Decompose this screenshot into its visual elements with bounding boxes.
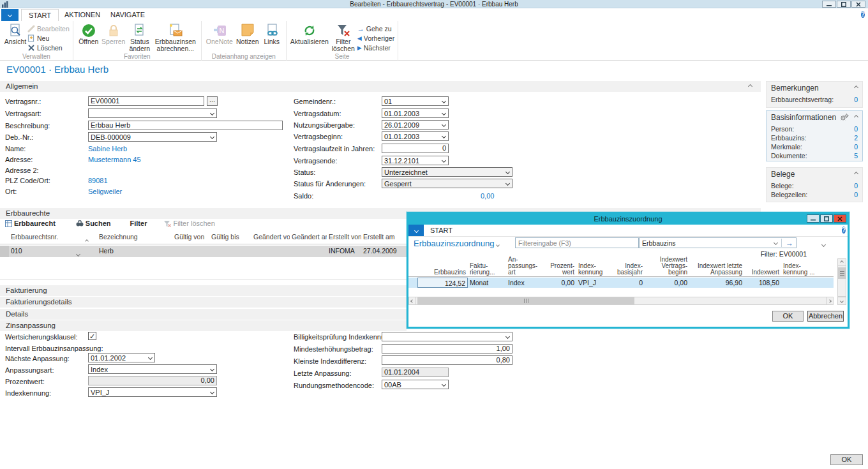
row-nr-dropdown[interactable] — [77, 246, 97, 257]
dialog-help-icon[interactable]: ? — [842, 226, 846, 234]
vertragslaufzeit-input[interactable]: 0 — [382, 144, 449, 153]
factbox-title[interactable]: Belege — [771, 170, 858, 179]
factbox-value-link[interactable]: 0 — [854, 124, 858, 133]
section-zinsanpassung-header[interactable]: Zinsanpassung — [0, 320, 407, 331]
factbox-value-link[interactable]: 2 — [854, 133, 858, 142]
col-erstellt-von[interactable]: Erstellt von — [327, 232, 361, 244]
scroll-right-icon[interactable] — [826, 297, 834, 305]
neu-button[interactable]: Neu — [27, 33, 70, 43]
col-gueltig-bis[interactable]: Gültig bis — [209, 232, 251, 244]
vertragsart-select[interactable] — [88, 108, 217, 118]
col-erbbaurechtsnr[interactable]: Erbbaurechtsnr. — [9, 232, 86, 244]
beschreibung-input[interactable]: Erbbau Herb — [88, 121, 283, 130]
filter-loeschen-toolbar-button[interactable]: Filter löschen — [161, 220, 217, 227]
dcol-indexkennung[interactable]: Index- kennung — [576, 262, 610, 276]
suchen-button[interactable]: Suchen — [73, 220, 114, 227]
dcol-indexwert-letzte-anpassung[interactable]: Indexwert letzte Anpassung — [689, 262, 744, 276]
factbox-title[interactable]: Bemerkungen — [771, 84, 858, 93]
dcol-indexkennung2[interactable]: Index- kennung ... — [781, 262, 819, 276]
gears-icon[interactable] — [841, 114, 849, 121]
maximize-button[interactable] — [837, 1, 851, 8]
vertragsende-select[interactable]: 31.12.2101 — [382, 156, 449, 165]
factbox-value-link[interactable]: 0 — [854, 95, 858, 104]
dcol-indexwert-vertragsbeginn[interactable]: Indexwert Vertrags- beginn — [645, 256, 689, 276]
dcol-fakturierung[interactable]: Faktu- rierung... — [468, 262, 506, 276]
gemeindenr-select[interactable]: 01 — [382, 96, 449, 106]
deb-nr-select[interactable]: DEB-000009 — [88, 132, 217, 142]
col-geaendert-von[interactable]: Geändert von — [251, 232, 290, 244]
selected-cell[interactable]: 124,52 — [417, 278, 468, 288]
vertical-scroll-thumb[interactable] — [838, 267, 846, 279]
billigkeitspruefung-select[interactable] — [382, 332, 513, 341]
saldo-value[interactable]: 0,00 — [481, 192, 494, 200]
help-icon[interactable]: ? — [861, 10, 865, 19]
filter-field-dropdown-icon[interactable] — [774, 241, 778, 245]
dcol-indexwert[interactable]: Indexwert — [744, 269, 781, 276]
mindesterhoehungsbetrag-input[interactable]: 1,00 — [382, 344, 513, 354]
factbox-value-link[interactable]: 5 — [854, 151, 858, 160]
adresse-link[interactable]: Musetermann 45 — [88, 156, 141, 163]
application-menu-button[interactable] — [1, 9, 19, 21]
dialog-filter-input[interactable]: Filtereingabe (F3) — [515, 237, 639, 248]
close-button[interactable] — [851, 1, 865, 8]
naechste-anpassung-select[interactable]: 01.01.2002 — [88, 353, 155, 362]
onenote-button[interactable]: N OneNote — [205, 22, 234, 45]
anpassungsart-select[interactable]: Index — [88, 364, 217, 374]
ok-button[interactable]: OK — [830, 454, 863, 465]
dialog-collapse-filter-icon[interactable] — [822, 240, 825, 248]
dcol-indexbasisjahr[interactable]: Index- basisjahr — [610, 262, 645, 276]
status-aendern-button[interactable]: Status ändern — [126, 22, 153, 52]
vertragsnr-input[interactable]: EV00001 — [88, 96, 204, 106]
scroll-down-icon[interactable] — [837, 297, 846, 305]
section-allgemein-header[interactable]: Allgemein — [0, 81, 761, 92]
factbox-title[interactable]: Basisinformationen — [771, 113, 858, 122]
links-button[interactable]: Links — [261, 22, 283, 45]
dialog-ok-button[interactable]: OK — [772, 311, 804, 322]
dialog-page-title[interactable]: Erbbauzinszuordnung — [414, 239, 499, 248]
section-details-header[interactable]: Details — [0, 309, 407, 320]
rundungsmethodencode-select[interactable]: 00AB — [382, 380, 449, 389]
dialog-grid-row[interactable]: 124,52 Monat Index 0,00 VPI_J 0 0,00 96,… — [408, 278, 834, 288]
dialog-application-menu-button[interactable] — [408, 225, 424, 236]
dialog-close-button[interactable] — [834, 214, 846, 223]
col-geaendert-am[interactable]: Geändert am — [290, 232, 327, 244]
gehe-zu-button[interactable]: → Gehe zu — [357, 24, 394, 33]
horizontal-scroll-thumb[interactable] — [417, 297, 634, 304]
vorheriger-button[interactable]: ◀ Vorheriger — [357, 33, 394, 43]
scroll-up-icon[interactable] — [837, 258, 846, 266]
col-gueltig-von[interactable]: Gültig von — [172, 232, 209, 244]
dialog-minimize-button[interactable] — [807, 214, 819, 223]
status-aenderungen-select[interactable]: Gesperrt — [382, 179, 513, 188]
tab-navigate[interactable]: NAVIGATE — [103, 9, 152, 21]
col-bezeichnung[interactable]: Bezeichnung — [97, 232, 172, 244]
erbbauzinsen-abrechnen-button[interactable]: Erbbauzinsen abrechnen... — [153, 22, 198, 52]
tab-aktionen[interactable]: AKTIONEN — [57, 9, 107, 21]
ort-link[interactable]: Seligweiler — [88, 188, 122, 195]
vertragsbeginn-select[interactable]: 01.01.2003 — [382, 131, 449, 141]
name-link[interactable]: Sabine Herb — [88, 145, 127, 153]
bearbeiten-button[interactable]: Bearbeiten — [27, 24, 70, 33]
dialog-tab-start[interactable]: START — [430, 227, 453, 234]
naechster-button[interactable]: ▶ Nächster — [357, 43, 394, 52]
oeffnen-button[interactable]: Öffnen — [77, 22, 101, 45]
tab-start[interactable]: START — [21, 9, 59, 21]
factbox-value-link[interactable]: 0 — [854, 181, 858, 190]
minimize-button[interactable] — [822, 1, 836, 8]
dialog-maximize-button[interactable] — [820, 214, 833, 223]
dcol-anpassungsart[interactable]: An- passungs- art — [506, 256, 547, 276]
apply-filter-arrow-icon[interactable]: → — [786, 240, 793, 246]
kleinste-indexdifferenz-input[interactable]: 0,80 — [382, 355, 513, 365]
sperren-button[interactable]: Sperren — [101, 22, 126, 45]
erbbaurecht-menu-button[interactable]: Erbbaurecht — [3, 220, 58, 227]
notizen-button[interactable]: Notizen — [234, 22, 261, 45]
section-fakturierungsdetails-header[interactable]: Fakturierungsdetails — [0, 297, 407, 308]
section-fakturierung-header[interactable]: Fakturierung — [0, 285, 407, 296]
nutzungsuebergabe-select[interactable]: 26.01.2009 — [382, 120, 449, 130]
factbox-value-link[interactable]: 0 — [854, 142, 858, 151]
wertsicherungsklausel-checkbox[interactable]: ✓ — [88, 332, 96, 340]
indexkennung-select[interactable]: VPI_J — [88, 387, 217, 397]
scroll-left-icon[interactable] — [408, 297, 416, 305]
dcol-erbbauzins[interactable]: Erbbauzins — [408, 269, 468, 276]
plz-link[interactable]: 89081 — [88, 177, 108, 184]
loeschen-button[interactable]: Löschen — [27, 43, 70, 52]
